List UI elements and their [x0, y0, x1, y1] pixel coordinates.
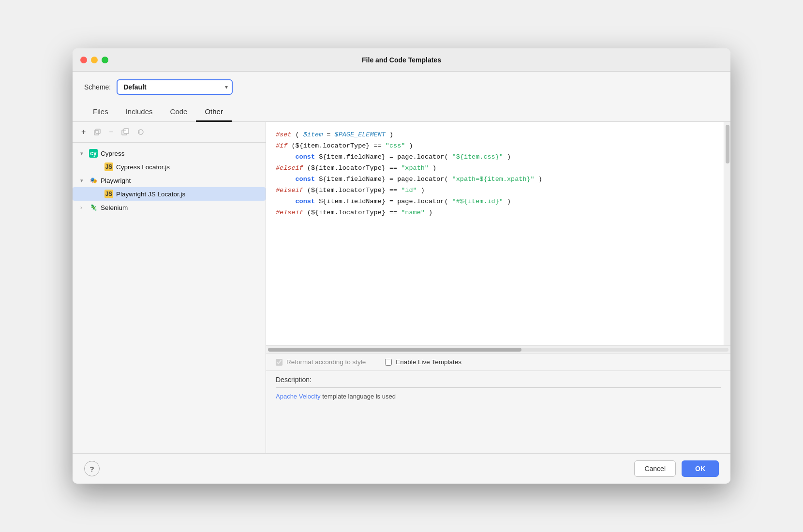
live-templates-label: Enable Live Templates	[396, 358, 461, 366]
tree-item-cypress-locator[interactable]: JS Cypress Locator.js	[73, 160, 266, 174]
live-templates-checkbox-label: Enable Live Templates	[385, 358, 461, 366]
code-line-2: #if (${item.locatorType} == "css" )	[276, 141, 714, 152]
reset-button[interactable]	[134, 126, 148, 138]
tree-view: ▾ cy Cypress JS Cypress Locator.js ▾ 🎭 P…	[73, 143, 266, 453]
tree-item-playwright-locator[interactable]: JS Playwright JS Locator.js	[73, 187, 266, 201]
cypress-label: Cypress	[101, 150, 125, 157]
vertical-scrollbar[interactable]	[724, 122, 730, 345]
playwright-icon: 🎭	[89, 176, 98, 185]
description-rest: template language is used	[322, 393, 396, 400]
live-templates-checkbox[interactable]	[385, 359, 392, 366]
scheme-wrapper: Default Project ▾	[117, 79, 233, 95]
clone-button[interactable]	[119, 126, 132, 138]
traffic-lights	[80, 57, 108, 63]
tree-item-playwright[interactable]: ▾ 🎭 Playwright	[73, 174, 266, 187]
footer-actions: Cancel OK	[634, 460, 719, 477]
tab-other[interactable]: Other	[196, 103, 232, 122]
description-label: Description:	[276, 376, 721, 384]
svg-rect-0	[94, 131, 99, 135]
code-line-5: const ${item.fieldName} = page.locator( …	[276, 174, 714, 185]
tab-includes[interactable]: Includes	[117, 103, 162, 122]
add-button[interactable]: +	[78, 126, 89, 138]
tab-code[interactable]: Code	[162, 103, 196, 122]
help-icon: ?	[89, 465, 94, 473]
code-line-1: #set ( $item = $PAGE_ELEMENT )	[276, 130, 714, 141]
toolbar: + −	[73, 122, 266, 143]
code-line-4: #elseif (${item.locatorType} == "xpath" …	[276, 163, 714, 174]
description-section: Description: Apache Velocity template la…	[266, 370, 730, 453]
apache-velocity-link[interactable]: Apache Velocity	[276, 393, 321, 400]
js-icon-cypress: JS	[104, 163, 113, 171]
code-line-8: #elseif (${item.locatorType} == "name" )	[276, 207, 714, 219]
left-panel: + −	[73, 122, 266, 453]
help-button[interactable]: ?	[84, 461, 100, 476]
scrollbar-track	[268, 348, 729, 352]
code-line-7: const ${item.fieldName} = page.locator( …	[276, 196, 714, 207]
svg-rect-1	[96, 129, 100, 133]
reformat-checkbox-label: Reformat according to style	[276, 358, 366, 366]
dialog-title: File and Code Templates	[362, 56, 441, 64]
description-content: Apache Velocity template language is use…	[276, 387, 721, 445]
selenium-label: Selenium	[101, 204, 128, 211]
editor-container: #set ( $item = $PAGE_ELEMENT ) #if (${it…	[266, 122, 730, 345]
playwright-locator-label: Playwright JS Locator.js	[116, 191, 185, 198]
dialog: File and Code Templates Scheme: Default …	[73, 48, 730, 484]
scheme-row: Scheme: Default Project ▾	[73, 72, 730, 103]
close-button[interactable]	[80, 57, 87, 63]
reformat-checkbox[interactable]	[276, 359, 283, 366]
code-line-6: #elseif (${item.locatorType} == "id" )	[276, 185, 714, 196]
code-line-3: const ${item.fieldName} = page.locator( …	[276, 152, 714, 163]
remove-button[interactable]: −	[106, 126, 116, 138]
playwright-label: Playwright	[101, 177, 131, 184]
cypress-locator-label: Cypress Locator.js	[116, 163, 170, 171]
js-icon-playwright: JS	[104, 190, 113, 198]
maximize-button[interactable]	[102, 57, 108, 63]
tree-item-cypress[interactable]: ▾ cy Cypress	[73, 147, 266, 160]
arrow-down-icon-pw: ▾	[80, 177, 86, 184]
right-panel: #set ( $item = $PAGE_ELEMENT ) #if (${it…	[266, 122, 730, 453]
minimize-button[interactable]	[91, 57, 98, 63]
cancel-button[interactable]: Cancel	[634, 460, 676, 477]
scrollbar-thumb-h	[268, 348, 521, 352]
scheme-select[interactable]: Default Project	[117, 79, 233, 95]
title-bar: File and Code Templates	[73, 48, 730, 72]
tab-files[interactable]: Files	[84, 103, 117, 122]
svg-rect-3	[124, 129, 129, 133]
arrow-right-icon: ›	[80, 205, 86, 210]
scrollbar-thumb	[726, 125, 729, 163]
scheme-label: Scheme:	[84, 83, 111, 91]
bottom-options: Reformat according to style Enable Live …	[266, 353, 730, 370]
tree-item-selenium[interactable]: › 🦎 Selenium	[73, 201, 266, 214]
footer: ? Cancel OK	[73, 453, 730, 484]
horizontal-scrollbar-area	[266, 345, 730, 353]
tabs-row: Files Includes Code Other	[73, 103, 730, 122]
ok-button[interactable]: OK	[682, 460, 719, 477]
code-editor[interactable]: #set ( $item = $PAGE_ELEMENT ) #if (${it…	[266, 122, 724, 345]
cypress-icon: cy	[89, 149, 98, 158]
selenium-icon: 🦎	[89, 203, 98, 212]
arrow-down-icon: ▾	[80, 150, 86, 157]
main-content: + −	[73, 122, 730, 453]
copy-button[interactable]	[90, 126, 104, 138]
reformat-label: Reformat according to style	[286, 358, 366, 366]
